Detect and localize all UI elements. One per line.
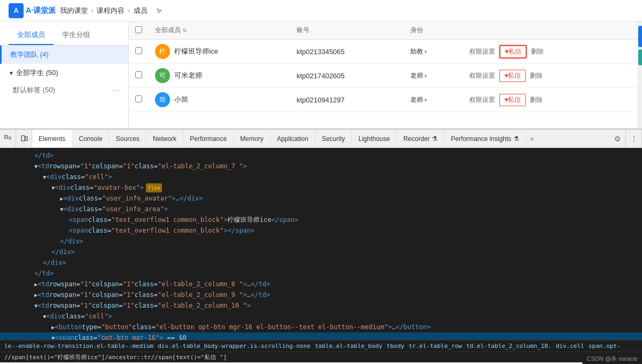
breadcrumb-members: 成员 [134, 6, 147, 16]
table-row: 柠 柠檬班导师ice ktp0213345065助教 ▾权限设置♥私信删除 [129, 40, 638, 64]
breadcrumb-item[interactable]: td.el-table_2_column_10. [466, 343, 551, 350]
logo-text: A·课堂派 [26, 6, 56, 16]
table-row: 可 可米老师 ktp0217402605老师 ▾权限设置♥私信删除 [129, 64, 638, 88]
breadcrumb-item[interactable]: tbody [387, 343, 404, 350]
role-badge: 老师 ▾ [410, 71, 452, 80]
devtools-tab-elements[interactable]: Elements [32, 130, 72, 148]
action-btn-privmsg[interactable]: ♥私信 [499, 45, 527, 58]
code-line: <span class="text_overflow1 common_block… [0, 225, 642, 236]
subsection-default[interactable]: 默认标签 (50) ⋯ [0, 82, 128, 98]
table-row: 简 小简 ktp0210941297老师 ▾权限设置♥私信删除 [129, 88, 638, 112]
avatar: 可 [155, 68, 170, 83]
role-dropdown-icon[interactable]: ▾ [424, 49, 427, 55]
devtools-tab-memory[interactable]: Memory [234, 130, 270, 148]
scroll-indicator-blue [638, 26, 642, 47]
devtools-more-tabs[interactable]: » [526, 130, 538, 148]
select-all-checkbox[interactable] [135, 26, 142, 33]
action-btn-权限设置[interactable]: 权限设置 [465, 46, 499, 57]
section-students-label: 全部学生 (50) [16, 68, 58, 78]
role-dropdown-icon[interactable]: ▾ [424, 73, 427, 79]
code-panel: </td>▼ <td rowspan="1" colspan="1" class… [0, 148, 642, 340]
member-name: 小简 [174, 95, 188, 105]
code-line: </div> [0, 236, 642, 247]
devtools-tab-console[interactable]: Console [72, 130, 109, 148]
row-checkbox[interactable] [135, 47, 142, 54]
tab-bar: 全部成员 学生分组 [0, 26, 128, 46]
devtools-settings-icon[interactable]: ⚙ [610, 130, 626, 148]
avatar: 简 [155, 92, 170, 107]
member-name: 可米老师 [174, 71, 202, 80]
breadcrumb-item[interactable]: div.el-table_body-wrapper.is-scrolling-n… [158, 343, 311, 350]
sort-icon[interactable]: ⇅ [182, 27, 187, 33]
col-actions [459, 21, 638, 40]
selected-element-indicator: == $0 [163, 333, 186, 340]
selector-bar: //span[text()="柠檬班导师ice"]/ancestor::tr//… [0, 352, 642, 362]
expand-icon: ▼ [9, 70, 14, 76]
action-btn-privmsg[interactable]: ♥私信 [499, 70, 526, 82]
row-checkbox[interactable] [135, 95, 142, 102]
col-checkbox [129, 21, 149, 40]
member-account: ktp0213345065 [290, 40, 404, 64]
breadcrumb-content[interactable]: 课程内容 [97, 6, 124, 16]
action-btn-privmsg[interactable]: ♥私信 [499, 94, 526, 106]
devtools-inspect-icon[interactable] [0, 130, 16, 148]
svg-rect-3 [21, 136, 25, 141]
cursor-icon [156, 8, 163, 14]
devtools-panel: Elements Console Sources Network Perform… [0, 129, 642, 362]
action-btn-删除[interactable]: 删除 [527, 46, 548, 57]
code-line: ▶ <button type="button" class="el-button… [0, 322, 642, 332]
action-btn-权限设置[interactable]: 权限设置 [465, 70, 499, 81]
devtools-tab-application[interactable]: Application [270, 130, 315, 148]
selector-text: //span[text()="柠檬班导师ice"]/ancestor::tr//… [4, 353, 227, 361]
devtools-tab-security[interactable]: Security [315, 130, 352, 148]
code-line: ▶ <td rowspan="1" colspan="1" class="el-… [0, 279, 642, 289]
action-btn-删除[interactable]: 删除 [526, 94, 547, 106]
code-line: ▼ <span class="opt-btn mgr-16"> == $0 [0, 332, 642, 340]
breadcrumb-item[interactable]: table.el-table_body [315, 343, 382, 350]
devtools-tab-performance[interactable]: Performance [183, 130, 234, 148]
code-line: ▶ <div class="user_info_avatar"> … </div… [0, 193, 642, 204]
member-account: ktp0217402605 [290, 64, 404, 88]
breadcrumb-sep2: › [128, 6, 130, 14]
three-dots-icon[interactable]: ⋯ [113, 86, 120, 94]
devtools-tab-lighthouse[interactable]: Lighthouse [352, 130, 397, 148]
code-line: ▶ <td rowspan="1" colspan="1" class="el-… [0, 289, 642, 300]
breadcrumb-mycourse[interactable]: 我的课堂 [60, 6, 88, 16]
col-account: 账号 [290, 21, 404, 40]
tab-student-groups[interactable]: 学生分组 [54, 26, 99, 45]
svg-rect-4 [25, 137, 27, 140]
code-line: </td> [0, 268, 642, 279]
code-line: ▼ <td rowspan="1" colspan="1" class="el-… [0, 161, 642, 172]
devtools-tab-perf-insights[interactable]: Performance insights ⚗ [445, 130, 526, 148]
breadcrumb: 我的课堂 › 课程内容 › 成员 [60, 6, 147, 16]
avatar: 柠 [155, 44, 170, 59]
code-line: ▼ <div class="cell"> [0, 311, 642, 322]
breadcrumb-item[interactable]: tr.el-table_row [409, 343, 462, 350]
role-dropdown-icon[interactable]: ▾ [424, 97, 427, 103]
svg-rect-0 [5, 136, 8, 138]
app-bar: A A·课堂派 我的课堂 › 课程内容 › 成员 [0, 0, 642, 21]
tab-all-members[interactable]: 全部成员 [9, 26, 54, 45]
action-btn-权限设置[interactable]: 权限设置 [465, 94, 499, 106]
bottom-breadcrumb: le--enable-row-transition.el-table--medi… [4, 343, 638, 350]
sidebar: 全部成员 学生分组 教学团队 (4) ▼ 全部学生 (50) 默认标签 (50)… [0, 21, 129, 128]
table-header-row: 全部成员 ⇅ 账号 身份 [129, 21, 638, 40]
section-all-students[interactable]: ▼ 全部学生 (50) [0, 64, 128, 82]
col-all-members: 全部成员 ⇅ [149, 21, 290, 40]
devtools-tab-bar: Elements Console Sources Network Perform… [0, 130, 642, 148]
breadcrumb-item[interactable]: span.opt- [588, 343, 621, 350]
devtools-tab-network[interactable]: Network [146, 130, 183, 148]
right-scrollbar[interactable] [638, 21, 642, 128]
devtools-tab-recorder[interactable]: Recorder ⚗ [397, 130, 445, 148]
row-checkbox[interactable] [135, 71, 142, 78]
code-line: </div> [0, 247, 642, 257]
devtools-tab-sources[interactable]: Sources [109, 130, 146, 148]
breadcrumb-item[interactable]: le--enable-row-transition.el-table--medi… [4, 343, 153, 350]
section-teaching-team[interactable]: 教学团队 (4) [0, 46, 128, 64]
code-line: </div> [0, 257, 642, 268]
devtools-more-icon[interactable]: ⋮ [626, 130, 642, 148]
breadcrumb-item[interactable]: div.cell [556, 343, 584, 350]
devtools-device-icon[interactable] [16, 130, 32, 148]
action-btn-删除[interactable]: 删除 [526, 70, 547, 81]
code-line: ▼ <div class="user_info_area"> [0, 204, 642, 214]
